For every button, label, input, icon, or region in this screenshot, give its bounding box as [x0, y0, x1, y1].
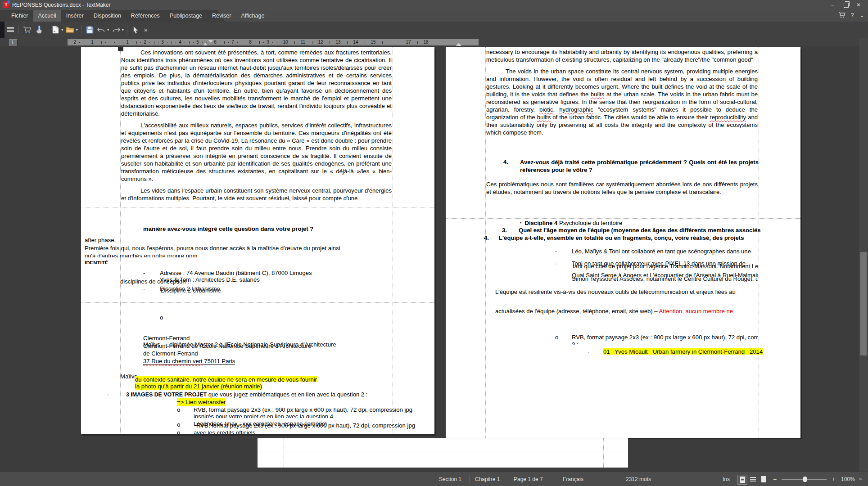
- address-line: 37 Rue du chemin vert 75011 Paris: [143, 357, 235, 365]
- toolbar-overflow-icon[interactable]: »: [144, 27, 147, 33]
- highlighted-line: du contexte sanitaire, notre équipe ne s…: [135, 376, 317, 382]
- chevron-down-icon[interactable]: ⌄: [859, 12, 864, 19]
- menu-disposition[interactable]: Disposition: [89, 10, 126, 22]
- overlapped-text: disciplines de conception : Yves & Tom :…: [120, 276, 390, 286]
- open-folder-dropdown-icon[interactable]: ▾: [76, 27, 78, 32]
- save-icon[interactable]: [84, 24, 95, 36]
- zoom-out-button[interactable]: –: [773, 476, 777, 482]
- view-preview-icon[interactable]: [759, 475, 768, 484]
- title-bar: T REPONSES Questions.docx - TextMaker – …: [0, 0, 868, 10]
- cart-icon[interactable]: [21, 24, 33, 36]
- menu-accueil[interactable]: Accueil: [33, 10, 61, 22]
- scrollbar-thumb[interactable]: [860, 252, 867, 356]
- list-bullet: o: [177, 406, 180, 414]
- status-language[interactable]: Français: [563, 476, 583, 482]
- zoom-slider-track[interactable]: [782, 479, 827, 480]
- menu-fichier[interactable]: Fichier: [6, 10, 33, 22]
- paragraph: Les vides dans l'espace urbain constitue…: [121, 187, 392, 202]
- list-bullet: o: [555, 333, 558, 341]
- status-word-count[interactable]: 2312 mots: [626, 476, 651, 482]
- heading: manière avez-vous intégré cette question…: [143, 225, 313, 233]
- ruler-mark: 8: [249, 40, 252, 45]
- text-line: IDENTITÉ: [85, 259, 108, 264]
- text-line: ▪ Discipline 4 Psychologie du territoire: [520, 219, 622, 225]
- view-draft-icon[interactable]: [748, 475, 757, 484]
- status-bar: Section 1 Chapitre 1 Page 1 de 7 Françai…: [0, 472, 868, 486]
- text-line: after phase.: [85, 236, 116, 244]
- list-bullet: o: [160, 314, 163, 321]
- vertical-scrollbar[interactable]: [859, 38, 868, 472]
- right-indent-marker[interactable]: [456, 43, 461, 46]
- page1-section1: Ces innovations ont souvent été présenté…: [121, 49, 392, 206]
- text-line: de Clermont-Ferrand: [143, 350, 198, 357]
- select-cursor-icon[interactable]: [130, 24, 141, 36]
- text-line: avec les crédits officiels: [194, 429, 255, 434]
- left-indent-marker[interactable]: [203, 43, 208, 45]
- overlapped-text: Légendées (max : xxx caractères, espace …: [194, 420, 392, 429]
- new-document-icon[interactable]: [50, 24, 61, 36]
- statusbar-overflow-icon[interactable]: »: [859, 476, 862, 482]
- text-line: Première fois qui, nous l'espérons, pour…: [85, 244, 393, 252]
- page-3-partial[interactable]: [258, 438, 628, 468]
- list-dash: -: [555, 260, 557, 267]
- overlapped-text: Discipline 2 Urbanisme Discipline 2 Urba…: [160, 285, 340, 294]
- question-3-heading: Quel est l'âge moyen de l'équipe (moyenn…: [519, 226, 760, 234]
- ruler-mark: 9: [267, 40, 269, 45]
- menu-publipostage[interactable]: Publipostage: [165, 10, 207, 22]
- highlighted-line: la photo qu'à partir du 21 janvier (réun…: [135, 382, 262, 390]
- text-line: qu'à d'autres marchés en notre propre no…: [85, 252, 199, 257]
- ruler-mark: 15: [371, 40, 375, 45]
- ruler-mark: 5: [196, 40, 199, 45]
- menu-references[interactable]: Références: [126, 10, 165, 22]
- text-line: inspirés pour votre projet et en lien av…: [194, 413, 336, 418]
- question-4b-number: 4.: [484, 234, 489, 242]
- list-bullet: o: [177, 429, 180, 434]
- status-chapter[interactable]: Chapitre 1: [475, 476, 500, 482]
- tab-stop-selector[interactable]: L: [9, 39, 18, 46]
- touch-mode-icon[interactable]: [33, 24, 45, 36]
- ruler-mark: 18: [423, 40, 428, 45]
- status-section[interactable]: Section 1: [439, 476, 461, 482]
- ruler-mark: 1: [91, 40, 94, 45]
- text-fragment: ? :: [572, 341, 579, 345]
- list-dash: -: [143, 285, 145, 292]
- toolbar: ▾ ▾ ▾ ▾ »: [0, 22, 868, 38]
- textmaker-app-icon: T: [3, 1, 9, 8]
- menu-bar: Fichier Accueil Insérer Disposition Réfé…: [0, 10, 868, 22]
- menu-affichage[interactable]: Affichage: [236, 10, 269, 22]
- open-folder-icon[interactable]: [64, 24, 76, 36]
- text-line: L'équipe est résiliente vis-à-vis des no…: [495, 288, 758, 296]
- minimize-button[interactable]: –: [827, 1, 838, 9]
- zoom-level[interactable]: 100%: [841, 476, 855, 482]
- overlapped-text: Quai Saint Serge à Angers et L'écoquarti…: [572, 271, 758, 283]
- status-insert-mode[interactable]: Ins: [723, 476, 730, 482]
- close-button[interactable]: ✕: [853, 1, 864, 9]
- paragraph: L'accessibilité aux milieux naturels, es…: [121, 122, 392, 183]
- zoom-slider-thumb[interactable]: [803, 477, 807, 482]
- cart-icon[interactable]: [838, 12, 845, 19]
- new-document-dropdown-icon[interactable]: ▾: [61, 27, 63, 32]
- ruler-track[interactable]: 211234567891011121314151718: [68, 39, 479, 45]
- undo-icon[interactable]: [95, 24, 107, 36]
- zoom-in-button[interactable]: +: [832, 476, 835, 482]
- redo-icon[interactable]: [110, 24, 122, 36]
- menu-reviser[interactable]: Réviser: [207, 10, 236, 22]
- help-icon[interactable]: ?: [851, 12, 854, 19]
- redo-dropdown-icon[interactable]: ▾: [122, 27, 124, 32]
- highlighted-line: => Lien wetransfer: [177, 398, 226, 406]
- overlapped-text: Clermont-Ferrand de l'Ecole Nationale Su…: [143, 341, 391, 350]
- hamburger-icon[interactable]: [5, 24, 16, 36]
- menu-inserer[interactable]: Insérer: [61, 10, 89, 22]
- text-line: RVB, format paysage 2x3 (ex : 900 px lar…: [572, 333, 758, 341]
- page-2[interactable]: necessary to encourage its habitability …: [446, 47, 800, 438]
- list-dash: -: [107, 391, 109, 398]
- view-normal-icon[interactable]: [737, 475, 747, 485]
- text-line: 3 IMAGES DE VOTRE PROJET que vous jugez …: [126, 391, 367, 399]
- undo-dropdown-icon[interactable]: ▾: [107, 27, 109, 32]
- restore-button[interactable]: [840, 1, 852, 9]
- ruler-mark: 14: [353, 40, 358, 45]
- status-page[interactable]: Page 1 de 7: [514, 476, 543, 482]
- ruler-mark: 17: [406, 40, 411, 45]
- page-1[interactable]: Ces innovations ont souvent été présenté…: [81, 47, 434, 434]
- ruler-mark: 11: [301, 40, 305, 45]
